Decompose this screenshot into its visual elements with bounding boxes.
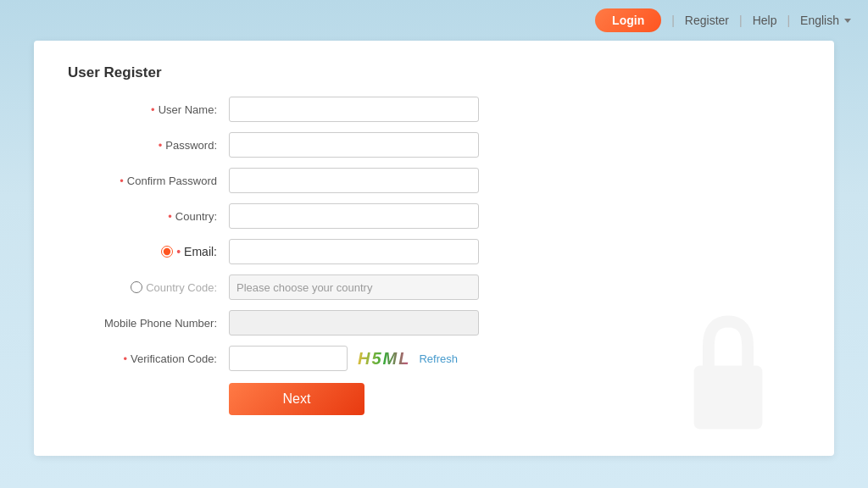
svg-rect-0 <box>694 365 763 429</box>
email-row: • Email: <box>68 239 800 264</box>
required-indicator: • <box>168 210 172 223</box>
divider-1: | <box>671 14 675 27</box>
captcha-text: H5ML <box>354 349 414 369</box>
verification-label: •Verification Code: <box>68 352 229 365</box>
captcha-image: H5ML <box>354 346 414 371</box>
register-link[interactable]: Register <box>685 14 729 27</box>
password-input[interactable] <box>229 132 479 158</box>
language-label: English <box>800 14 839 27</box>
email-radio-option[interactable]: • Email: <box>161 245 217 258</box>
language-selector[interactable]: English <box>800 14 851 27</box>
required-indicator: • <box>159 139 163 152</box>
country-code-label: Country Code: <box>146 281 217 294</box>
password-label: •Password: <box>68 139 229 152</box>
country-input[interactable] <box>229 203 479 229</box>
confirm-password-input[interactable] <box>229 168 479 193</box>
username-row: •User Name: <box>68 97 800 122</box>
next-button[interactable]: Next <box>229 383 364 415</box>
divider-3: | <box>787 14 790 27</box>
username-input[interactable] <box>229 97 479 122</box>
required-indicator: • <box>151 103 155 116</box>
country-code-row: Country Code: Please choose your country <box>68 274 800 300</box>
password-row: •Password: <box>68 132 800 158</box>
mobile-phone-input[interactable] <box>229 310 479 336</box>
country-label: •Country: <box>68 210 229 223</box>
phone-radio-option[interactable]: Country Code: <box>131 281 217 294</box>
required-indicator: • <box>176 245 181 258</box>
mobile-phone-label: Mobile Phone Number: <box>68 317 229 330</box>
login-button[interactable]: Login <box>595 8 661 32</box>
required-indicator: • <box>124 352 128 365</box>
email-label: Email: <box>184 245 217 258</box>
phone-radio[interactable] <box>131 281 142 293</box>
required-indicator: • <box>120 175 124 187</box>
form-title: User Register <box>68 64 800 81</box>
confirm-password-row: •Confirm Password <box>68 168 800 193</box>
refresh-captcha-link[interactable]: Refresh <box>419 352 458 365</box>
email-radio[interactable] <box>161 246 173 258</box>
verification-input[interactable] <box>229 346 348 371</box>
country-code-select[interactable]: Please choose your country <box>229 274 479 300</box>
lock-watermark <box>673 312 783 439</box>
country-row: •Country: <box>68 203 800 229</box>
top-navigation: Login | Register | Help | English <box>0 0 868 41</box>
chevron-down-icon <box>844 19 851 23</box>
username-label: •User Name: <box>68 103 229 116</box>
divider-2: | <box>739 14 743 27</box>
help-link[interactable]: Help <box>753 14 777 27</box>
email-input[interactable] <box>229 239 479 264</box>
confirm-password-label: •Confirm Password <box>68 175 229 187</box>
register-card: User Register •User Name: •Password: •Co… <box>34 41 834 456</box>
